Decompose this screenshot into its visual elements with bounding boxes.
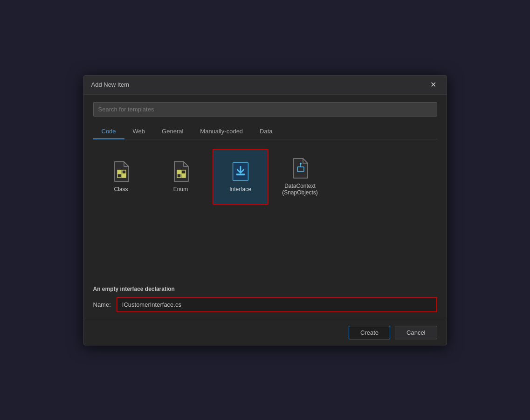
svg-point-13 bbox=[300, 163, 302, 165]
enum-icon bbox=[172, 161, 190, 182]
templates-grid: Class Enum bbox=[93, 149, 437, 278]
datacontext-icon bbox=[291, 158, 310, 179]
dialog-titlebar: Add New Item ✕ bbox=[84, 76, 447, 95]
template-interface[interactable]: Interface bbox=[213, 149, 268, 205]
create-button[interactable]: Create bbox=[349, 326, 390, 339]
interface-label: Interface bbox=[229, 186, 251, 193]
description-text: An empty interface declaration bbox=[93, 286, 437, 292]
tab-code[interactable]: Code bbox=[93, 124, 124, 139]
enum-label: Enum bbox=[173, 186, 188, 193]
tab-manually-coded[interactable]: Manually-coded bbox=[192, 124, 251, 139]
add-new-item-dialog: Add New Item ✕ Code Web General Manually… bbox=[83, 75, 447, 345]
name-row: Name: bbox=[93, 297, 437, 312]
search-input[interactable] bbox=[93, 102, 437, 117]
search-row bbox=[93, 102, 437, 117]
svg-rect-2 bbox=[117, 170, 121, 174]
svg-rect-5 bbox=[182, 174, 186, 178]
svg-rect-10 bbox=[236, 173, 244, 175]
dialog-footer: Create Cancel bbox=[84, 320, 447, 345]
datacontext-label: DataContext (SnapObjects) bbox=[279, 183, 322, 196]
tab-data[interactable]: Data bbox=[251, 124, 281, 139]
name-label: Name: bbox=[93, 301, 111, 308]
tab-general[interactable]: General bbox=[153, 124, 192, 139]
svg-rect-6 bbox=[177, 170, 181, 174]
cancel-button[interactable]: Cancel bbox=[395, 326, 437, 339]
close-button[interactable]: ✕ bbox=[427, 80, 439, 90]
template-class[interactable]: Class bbox=[93, 149, 149, 205]
tabs-bar: Code Web General Manually-coded Data bbox=[93, 124, 437, 139]
tab-web[interactable]: Web bbox=[124, 124, 154, 139]
interface-icon bbox=[231, 161, 250, 182]
svg-rect-1 bbox=[122, 174, 126, 178]
template-datacontext[interactable]: DataContext (SnapObjects) bbox=[272, 149, 328, 205]
dialog-title: Add New Item bbox=[91, 81, 130, 88]
template-enum[interactable]: Enum bbox=[153, 149, 209, 205]
class-label: Class bbox=[114, 186, 128, 193]
name-input[interactable] bbox=[117, 297, 437, 312]
description-area: An empty interface declaration Name: bbox=[93, 278, 437, 312]
dialog-body: Code Web General Manually-coded Data Cla… bbox=[84, 95, 447, 320]
class-icon bbox=[112, 161, 131, 182]
